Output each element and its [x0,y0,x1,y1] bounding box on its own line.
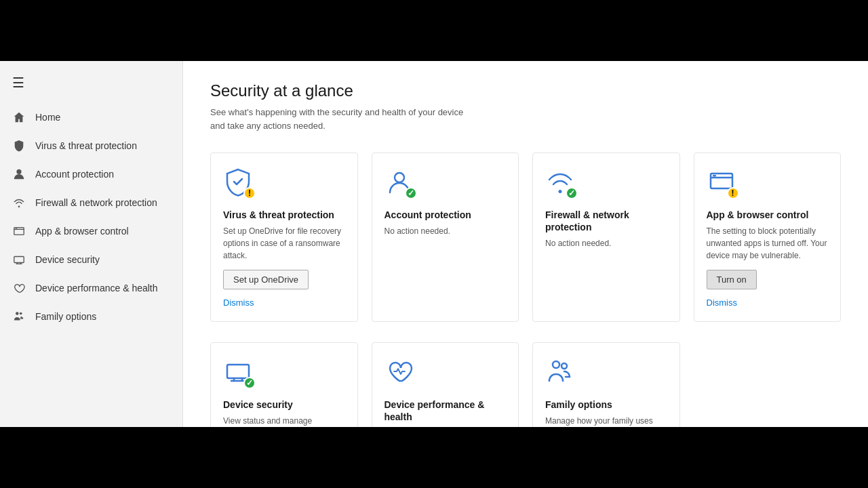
sidebar-item-virus[interactable]: Virus & threat protection [0,131,182,160]
setup-onedrive-button[interactable]: Set up OneDrive [223,270,309,289]
virus-card-badge: ! [243,187,256,199]
virus-card-icon: ! [223,167,256,199]
sidebar-label-browser: App & browser control [35,226,129,237]
svg-point-11 [561,363,567,369]
browser-dismiss-link[interactable]: Dismiss [707,298,829,308]
account-card-icon: ✓ [384,167,417,199]
family-options-card: Family options Manage how your family us… [532,342,680,427]
wifi-icon [12,196,26,209]
device-health-icon [12,281,26,295]
top-cards-grid: ! Virus & threat protection Set up OneDr… [210,152,841,322]
account-card-desc: No action needed. [384,225,507,237]
turn-on-button[interactable]: Turn on [707,270,757,289]
firewall-card-title: Firewall & network protection [545,209,667,233]
device-security-bottom-icon: ✓ [223,357,256,389]
svg-rect-8 [713,175,716,177]
device-health-bottom-title: Device performance & health [384,399,507,423]
device-security-bottom-card: ✓ Device security View status and manage… [210,342,358,427]
sidebar-item-account[interactable]: Account protection [0,160,182,188]
browser-card-title: App & browser control [707,209,829,221]
svg-point-4 [16,312,19,315]
page-title: Security at a glance [210,81,841,100]
menu-toggle-button[interactable]: ☰ [0,68,182,98]
shield-icon [12,139,26,152]
firewall-card-desc: No action needed. [545,237,667,249]
device-security-icon [12,253,26,266]
page-subtitle: See what's happening with the security a… [210,106,841,132]
browser-icon [12,224,26,238]
account-protection-card: ✓ Account protection No action needed. [372,152,519,322]
virus-dismiss-link[interactable]: Dismiss [223,298,345,308]
svg-rect-3 [14,257,24,263]
svg-point-0 [16,169,21,174]
sidebar-label-device-security: Device security [35,254,100,265]
virus-card-desc: Set up OneDrive for file recovery option… [223,225,345,262]
family-card-title: Family options [545,399,667,411]
firewall-card-badge: ✓ [566,187,578,199]
device-security-bottom-badge: ✓ [243,377,256,389]
sidebar-item-browser[interactable]: App & browser control [0,217,182,245]
bottom-cards-grid: ✓ Device security View status and manage… [210,342,841,427]
browser-card-badge: ! [727,187,739,199]
home-icon [12,110,26,124]
account-card-title: Account protection [384,209,507,221]
sidebar-item-device-health[interactable]: Device performance & health [0,274,182,302]
device-health-bottom-card: Device performance & health No action ne… [372,342,519,427]
family-icon [12,310,26,323]
virus-card-title: Virus & threat protection [223,209,345,221]
device-security-bottom-desc: View status and manage hardware security… [223,415,345,427]
sidebar-label-device-health: Device performance & health [35,283,158,293]
device-health-bottom-icon [384,357,417,389]
firewall-card-icon: ✓ [545,167,578,199]
person-icon [12,167,26,181]
svg-rect-9 [227,365,249,378]
main-content: Security at a glance See what's happenin… [183,61,868,427]
sidebar-label-virus: Virus & threat protection [35,140,137,151]
sidebar-label-firewall: Firewall & network protection [35,197,157,208]
family-card-icon [545,357,578,389]
svg-point-5 [20,312,22,315]
sidebar-item-home[interactable]: Home [0,103,182,131]
firewall-card: ✓ Firewall & network protection No actio… [532,152,680,322]
sidebar-item-family[interactable]: Family options [0,302,182,331]
sidebar-label-account: Account protection [35,169,114,180]
svg-point-10 [553,361,559,368]
account-card-badge: ✓ [405,187,417,199]
svg-rect-2 [16,228,18,229]
device-security-bottom-title: Device security [223,399,345,411]
sidebar-item-device-security[interactable]: Device security [0,245,182,274]
browser-card-icon: ! [707,167,739,199]
sidebar-label-family: Family options [35,311,96,322]
browser-card-desc: The setting to block potentially unwante… [707,225,829,262]
browser-control-card: ! App & browser control The setting to b… [694,152,842,322]
virus-threat-card: ! Virus & threat protection Set up OneDr… [210,152,358,322]
sidebar: ☰ Home Virus & threat protection [0,61,183,427]
sidebar-item-firewall[interactable]: Firewall & network protection [0,188,182,217]
family-card-desc: Manage how your family uses their device… [545,415,667,427]
svg-point-6 [395,173,404,182]
sidebar-label-home: Home [35,112,60,123]
